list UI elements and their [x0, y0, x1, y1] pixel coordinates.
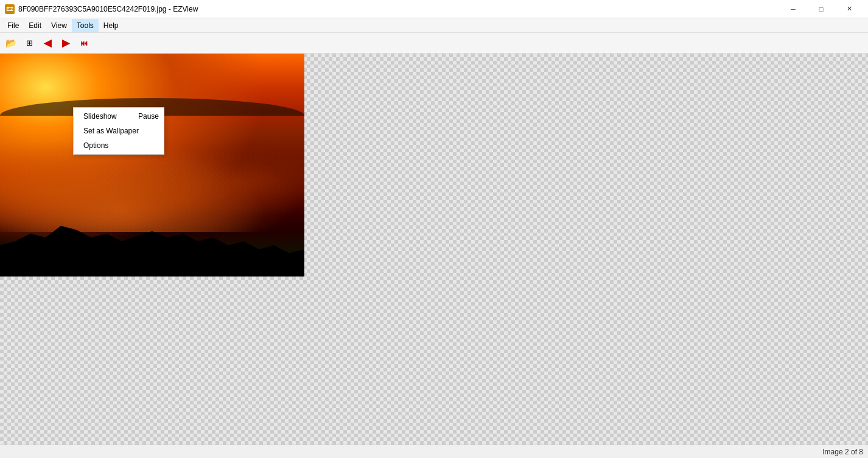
prev-button[interactable]: ◀ [39, 35, 56, 52]
title-bar: EZ 8F090BFF276393C5A9010E5C4242F019.jpg … [0, 0, 868, 18]
first-arrow-icon: ⏮ [80, 39, 88, 48]
options-label: Options [83, 141, 108, 150]
next-arrow-icon: ▶ [62, 37, 69, 49]
title-bar-left: EZ 8F090BFF276393C5A9010E5C4242F019.jpg … [5, 4, 198, 14]
first-button[interactable]: ⏮ [75, 35, 93, 52]
next-button[interactable]: ▶ [57, 35, 74, 52]
window-title: 8F090BFF276393C5A9010E5C4242F019.jpg - E… [18, 5, 198, 13]
menu-tools[interactable]: Tools [72, 19, 99, 32]
open-button[interactable]: 📂 [2, 35, 19, 52]
menu-bar: File Edit View Tools Help [0, 18, 868, 33]
pause-label: Pause [138, 112, 159, 121]
app-icon-text: EZ [6, 6, 13, 12]
slideshow-item[interactable]: Slideshow Pause [74, 109, 164, 124]
slideshow-label: Slideshow [83, 112, 117, 121]
status-bar: Image 2 of 8 [0, 445, 868, 458]
main-canvas: Slideshow Pause Set as Wallpaper Options [0, 54, 868, 445]
prev-arrow-icon: ◀ [44, 37, 51, 49]
set-wallpaper-label: Set as Wallpaper [83, 127, 139, 135]
menu-file[interactable]: File [2, 19, 24, 32]
app-icon: EZ [5, 4, 15, 14]
image-display [0, 54, 304, 277]
menu-edit[interactable]: Edit [24, 19, 46, 32]
tools-dropdown: Slideshow Pause Set as Wallpaper Options [73, 107, 164, 155]
sunset-image [0, 54, 304, 277]
maximize-button[interactable]: □ [807, 0, 835, 18]
image-info: Image 2 of 8 [822, 448, 863, 456]
menu-help[interactable]: Help [99, 19, 124, 32]
thumbnail-button[interactable]: ⊞ [21, 35, 38, 52]
close-button[interactable]: ✕ [835, 0, 863, 18]
menu-view[interactable]: View [46, 19, 72, 32]
toolbar: 📂 ⊞ ◀ ▶ ⏮ [0, 33, 868, 54]
set-wallpaper-item[interactable]: Set as Wallpaper [74, 124, 164, 138]
minimize-button[interactable]: ─ [779, 0, 807, 18]
open-icon: 📂 [5, 38, 17, 49]
thumbnail-icon: ⊞ [26, 38, 33, 48]
window-controls: ─ □ ✕ [779, 0, 863, 18]
options-item[interactable]: Options [74, 138, 164, 153]
